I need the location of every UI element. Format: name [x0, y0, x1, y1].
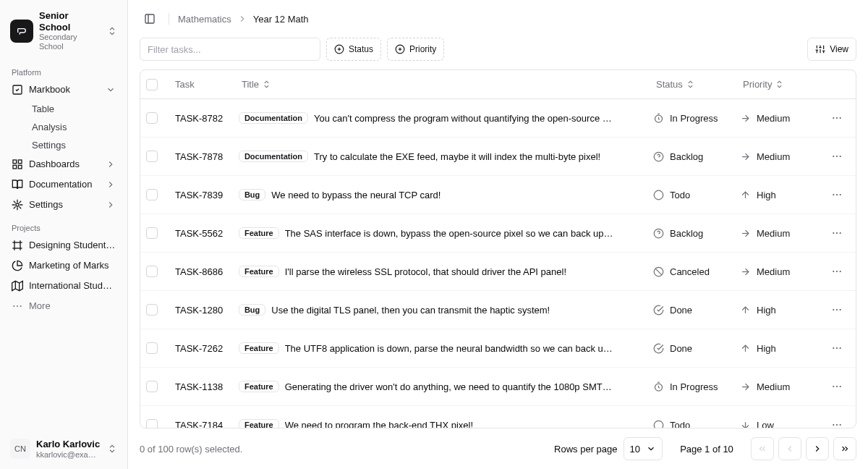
sidebar-item-settings[interactable]: Settings — [26, 136, 122, 154]
status-icon — [653, 190, 664, 200]
svg-rect-3 — [13, 165, 17, 169]
priority-text: Medium — [757, 266, 790, 277]
rows-selected-label: 0 of 100 row(s) selected. — [140, 444, 542, 455]
table-row: TASK-1280BugUse the digital TLS panel, t… — [140, 291, 856, 329]
svg-point-77 — [836, 424, 838, 426]
row-checkbox[interactable] — [146, 381, 158, 392]
sort-icon — [262, 80, 271, 89]
filter-input[interactable] — [140, 38, 320, 61]
row-actions-button[interactable] — [827, 185, 847, 205]
table-row: TASK-8686FeatureI'll parse the wireless … — [140, 253, 856, 291]
view-button[interactable]: View — [807, 38, 856, 61]
svg-point-37 — [840, 117, 841, 119]
svg-point-60 — [840, 271, 841, 272]
row-checkbox[interactable] — [146, 266, 158, 277]
chevron-right-icon — [106, 200, 116, 210]
sidebar-item-settings-main[interactable]: Settings — [6, 195, 122, 215]
row-actions-button[interactable] — [827, 338, 847, 358]
row-checkbox[interactable] — [146, 227, 158, 239]
prev-page-button[interactable] — [778, 437, 801, 460]
row-checkbox[interactable] — [146, 342, 158, 354]
svg-point-62 — [833, 309, 834, 310]
rows-per-page-select[interactable]: 10 — [624, 437, 663, 460]
svg-rect-1 — [13, 160, 17, 164]
breadcrumb-parent[interactable]: Mathematics — [178, 14, 231, 25]
priority-text: Medium — [757, 381, 790, 392]
task-id: TASK-7839 — [169, 176, 233, 214]
priority-text: Medium — [757, 151, 790, 162]
next-page-button[interactable] — [806, 437, 829, 460]
column-title[interactable]: Title — [233, 70, 647, 99]
breadcrumb: Mathematics Year 12 Math — [178, 14, 309, 25]
svg-point-13 — [13, 305, 14, 307]
svg-point-71 — [833, 386, 834, 387]
priority-text: Low — [757, 420, 774, 429]
row-actions-button[interactable] — [827, 223, 847, 243]
sidebar-item-documentation[interactable]: Documentation — [6, 174, 122, 195]
svg-point-76 — [833, 424, 834, 426]
column-priority[interactable]: Priority — [734, 70, 821, 99]
status-icon — [653, 381, 664, 392]
school-switcher[interactable]: Senior School Secondary School — [6, 6, 122, 56]
sidebar-item-more[interactable]: More — [6, 296, 122, 316]
row-actions-button[interactable] — [827, 300, 847, 320]
task-label: Documentation — [239, 151, 308, 162]
sidebar-item-project-1[interactable]: Marketing of Marks — [6, 255, 122, 276]
row-actions-button[interactable] — [827, 376, 847, 397]
svg-point-67 — [836, 347, 838, 349]
sidebar-item-analysis[interactable]: Analysis — [26, 118, 122, 136]
task-label: Bug — [239, 189, 265, 200]
svg-point-59 — [836, 271, 838, 272]
status-text: Backlog — [670, 228, 703, 239]
school-name: Senior School — [39, 10, 101, 33]
svg-point-44 — [654, 190, 663, 200]
chevron-down-icon — [106, 85, 116, 95]
first-page-button[interactable] — [751, 437, 774, 460]
sidebar-toggle-button[interactable] — [140, 9, 160, 29]
user-switcher[interactable]: CN Karlo Karlovic kkarlovic@example.com — [6, 434, 122, 463]
row-actions-button[interactable] — [827, 146, 847, 166]
row-checkbox[interactable] — [146, 151, 158, 162]
page-info: Page 1 of 10 — [674, 444, 739, 455]
svg-point-46 — [833, 194, 834, 195]
svg-point-64 — [840, 309, 841, 310]
priority-text: High — [757, 343, 776, 354]
column-task: Task — [169, 70, 233, 99]
row-checkbox[interactable] — [146, 304, 158, 316]
chevrons-up-down-icon — [107, 26, 117, 36]
sidebar-item-project-2[interactable]: International Students — [6, 276, 122, 296]
table-row: TASK-7184FeatureWe need to program the b… — [140, 406, 856, 429]
sidebar-item-dashboards[interactable]: Dashboards — [6, 154, 122, 174]
priority-icon — [740, 190, 751, 200]
task-label: Bug — [239, 304, 265, 316]
row-actions-button[interactable] — [827, 415, 847, 428]
svg-point-53 — [836, 232, 838, 234]
sort-icon — [686, 80, 695, 89]
svg-marker-10 — [12, 281, 23, 290]
svg-point-74 — [654, 421, 663, 428]
select-all-checkbox[interactable] — [146, 79, 158, 90]
sidebar-item-project-0[interactable]: Designing Student Success — [6, 235, 122, 255]
svg-point-52 — [833, 232, 834, 234]
row-checkbox[interactable] — [146, 189, 158, 200]
priority-icon — [740, 151, 751, 162]
last-page-button[interactable] — [833, 437, 856, 460]
priority-filter-button[interactable]: Priority — [387, 38, 444, 61]
row-actions-button[interactable] — [827, 108, 847, 128]
sidebar-item-markbook[interactable]: Markbook — [6, 80, 122, 100]
status-filter-button[interactable]: Status — [326, 38, 381, 61]
priority-icon — [740, 343, 751, 354]
row-checkbox[interactable] — [146, 112, 158, 124]
sidebar-item-table[interactable]: Table — [26, 100, 122, 118]
map-icon — [12, 280, 23, 292]
row-checkbox[interactable] — [146, 419, 158, 428]
column-status[interactable]: Status — [647, 70, 734, 99]
status-icon — [653, 343, 664, 354]
task-label: Feature — [239, 381, 279, 392]
task-title: The UTF8 application is down, parse the … — [285, 343, 615, 354]
row-actions-button[interactable] — [827, 261, 847, 282]
svg-point-63 — [836, 309, 838, 310]
sidebar-item-label: Markbook — [29, 84, 100, 95]
table-row: TASK-7878DocumentationTry to calculate t… — [140, 138, 856, 176]
task-id: TASK-7184 — [169, 406, 233, 429]
